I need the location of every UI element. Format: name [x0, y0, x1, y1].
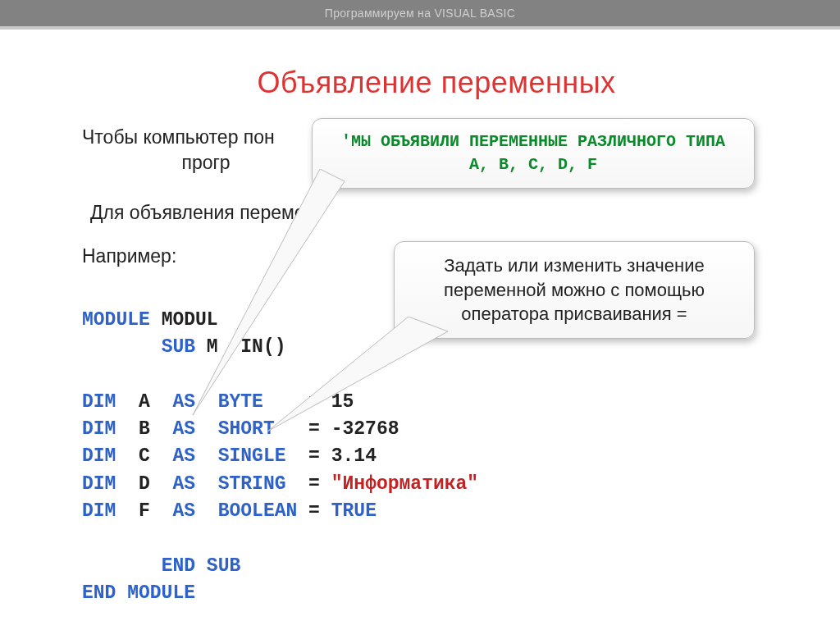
kw-dim-c: DIM: [82, 445, 116, 467]
kw-dim-b: DIM: [82, 418, 116, 440]
var-b: B: [139, 418, 150, 440]
callout-assign-text: Задать или изменить значение переменной …: [444, 255, 705, 324]
intro-line2: прогр: [181, 152, 230, 173]
sub-m: M: [207, 336, 218, 358]
kw-as-a: AS: [172, 391, 195, 413]
type-f: BOOLEAN: [218, 500, 298, 522]
module-name: MODUL: [162, 309, 218, 331]
kw-as-d: AS: [172, 473, 195, 495]
var-a: A: [139, 391, 150, 413]
val-f: TRUE: [331, 500, 377, 522]
val-c: 3.14: [331, 445, 377, 467]
var-f: F: [139, 500, 150, 522]
callout-comment-line1: 'МЫ ОБЪЯВИЛИ ПЕРЕМЕННЫЕ РАЗЛИЧНОГО ТИПА: [341, 132, 725, 151]
header-title: Программируем на VISUAL BASIC: [325, 7, 515, 20]
val-d: "Информатика": [331, 473, 478, 495]
sub-in: IN(): [240, 336, 285, 358]
kw-sub: SUB: [162, 336, 195, 358]
type-d: STRING: [218, 473, 286, 495]
kw-as-f: AS: [172, 500, 195, 522]
type-c: SINGLE: [218, 445, 286, 467]
val-a: 15: [331, 391, 354, 413]
kw-dim-f: DIM: [82, 500, 116, 522]
val-b: -32768: [331, 418, 399, 440]
kw-endmod: END MODULE: [82, 582, 195, 604]
slide-content: Объявление переменных Чтобы компьютер по…: [0, 30, 840, 623]
var-c: C: [139, 445, 150, 467]
kw-dim-d: DIM: [82, 473, 116, 495]
type-b: SHORT: [218, 418, 275, 440]
slide-title: Объявление переменных: [82, 66, 791, 100]
kw-module: MODULE: [82, 309, 150, 331]
kw-as-c: AS: [172, 445, 195, 467]
type-a: BYTE: [218, 391, 263, 413]
kw-dim-a: DIM: [82, 391, 116, 413]
header-bar: Программируем на VISUAL BASIC: [0, 0, 840, 26]
kw-endsub: END SUB: [162, 555, 241, 577]
declare-text: Для объявления перемен: [90, 200, 791, 226]
kw-as-b: AS: [172, 418, 195, 440]
intro-line1: Чтобы компьютер пон: [82, 126, 275, 148]
callout-comment-line2: A, B, C, D, F: [469, 155, 597, 174]
var-d: D: [139, 473, 150, 495]
callout-comment: 'МЫ ОБЪЯВИЛИ ПЕРЕМЕННЫЕ РАЗЛИЧНОГО ТИПА …: [312, 118, 755, 189]
callout-assign: Задать или изменить значение переменной …: [394, 241, 755, 339]
